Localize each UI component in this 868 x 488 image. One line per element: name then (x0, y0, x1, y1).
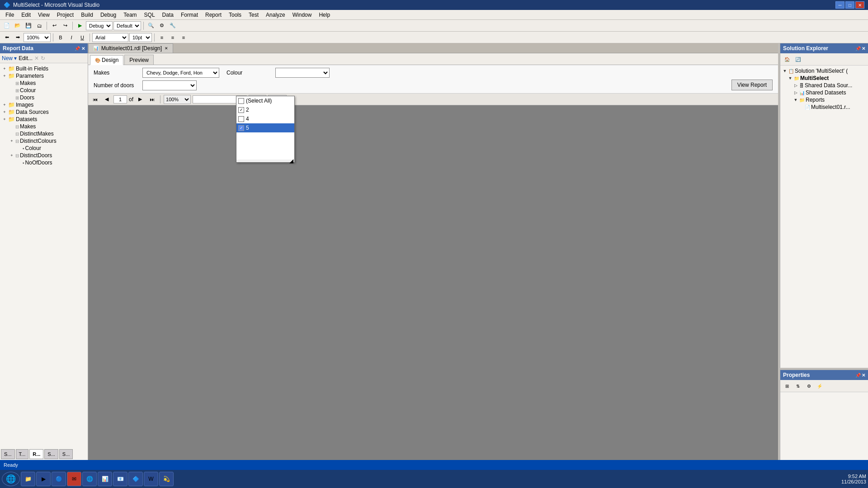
dropdown-item-5[interactable]: ✓ 5 (236, 123, 294, 132)
tree-item-field-colour[interactable]: ▪ Colour (0, 145, 88, 152)
tree-shared-data-sources[interactable]: ▷ 🗄 Shared Data Sour... (782, 82, 866, 89)
tree-item-field-noofdoors[interactable]: ▪ NoOfDoors (0, 159, 88, 166)
new-item-btn[interactable]: New ▾ (2, 55, 17, 61)
font-size-select[interactable]: 10pt (129, 33, 152, 42)
delete-item-btn[interactable]: ✕ (34, 55, 39, 61)
checkbox-2[interactable]: ✓ (238, 107, 244, 113)
view-report-button[interactable]: View Report (731, 80, 773, 90)
doc-tab-multiselect[interactable]: 📊 Multiselect01.rdl [Design] ✕ (88, 43, 173, 53)
sol-exp-close-btn[interactable]: ✕ (862, 46, 865, 51)
minimize-button[interactable]: ─ (835, 1, 844, 9)
zoom-select[interactable]: 100% (164, 95, 191, 104)
expand-distinct-colours[interactable]: + (9, 138, 14, 144)
expand-project[interactable]: ▼ (788, 75, 793, 81)
tree-item-distinct-colours[interactable]: + ⊟ DistinctColours (0, 137, 88, 145)
refresh-item-btn[interactable]: ↻ (41, 55, 45, 61)
toolbar-btn-2[interactable]: 🔧 (168, 21, 178, 31)
zoom-out-btn[interactable]: 🔍 (146, 21, 156, 31)
props-events-btn[interactable]: ⚡ (815, 381, 825, 391)
menu-debug[interactable]: Debug (97, 11, 120, 19)
tb2-btn-4[interactable]: I (66, 33, 76, 42)
bottom-tab-r[interactable]: R... (29, 449, 43, 459)
tb2-btn-2[interactable]: ➡ (13, 33, 23, 42)
expand-shared-datasets[interactable]: ▷ (793, 90, 798, 95)
menu-tools[interactable]: Tools (225, 11, 245, 19)
tree-item-param-doors[interactable]: ⊞ Doors (0, 94, 88, 101)
tb2-btn-1[interactable]: ⬅ (2, 33, 12, 42)
tb2-btn-3[interactable]: B (56, 33, 66, 42)
expand-builtin-fields[interactable]: + (2, 66, 7, 71)
checkbox-4[interactable] (238, 116, 244, 122)
props-pin-btn[interactable]: 📌 (855, 373, 861, 378)
menu-file[interactable]: File (2, 11, 18, 19)
checkbox-selectall[interactable] (238, 98, 244, 104)
tree-item-distinct-doors[interactable]: + ⊟ DistinctDoors (0, 152, 88, 159)
props-alphabetical-btn[interactable]: ⇅ (793, 381, 803, 391)
undo-btn[interactable]: ↩ (49, 21, 59, 31)
edit-item-btn[interactable]: Edit... (19, 55, 33, 61)
tree-report-file[interactable]: 📄 Multiselect01.r... (782, 103, 866, 111)
panel-pin-btn[interactable]: 📌 (75, 46, 80, 51)
tree-item-data-sources[interactable]: + 📁 Data Sources (0, 108, 88, 116)
tree-item-param-colour[interactable]: ⊞ Colour (0, 87, 88, 94)
align-right-btn[interactable]: ≡ (179, 33, 189, 42)
expand-solution[interactable]: ▼ (782, 68, 788, 74)
makes-param-select[interactable]: Chevy, Dodge, Ford, Hon (142, 68, 219, 78)
tree-item-distinct-makes[interactable]: ⊟ DistinctMakes (0, 130, 88, 137)
menu-format[interactable]: Format (177, 11, 202, 19)
menu-help[interactable]: Help (315, 11, 334, 19)
zoom-level-select[interactable]: 100% (24, 33, 51, 42)
close-button[interactable]: ✕ (855, 1, 864, 9)
maximize-button[interactable]: □ (845, 1, 854, 9)
nav-next-btn[interactable]: ▶ (135, 94, 145, 104)
checkbox-5[interactable]: ✓ (238, 125, 244, 131)
toolbar-btn-1[interactable]: ⚙ (157, 21, 167, 31)
page-number-input[interactable] (113, 95, 127, 103)
bottom-tab-s1[interactable]: S... (1, 449, 15, 459)
font-select[interactable]: Arial (92, 33, 128, 42)
nav-prev-btn[interactable]: ◀ (102, 94, 112, 104)
menu-data[interactable]: Data (159, 11, 177, 19)
save-all-btn[interactable]: 🗂 (34, 21, 44, 31)
expand-parameters[interactable]: + (2, 73, 7, 79)
dropdown-item-4[interactable]: 4 (236, 114, 294, 123)
menu-project[interactable]: Project (53, 11, 77, 19)
sol-exp-pin-btn[interactable]: 📌 (855, 46, 861, 51)
panel-close-btn[interactable]: ✕ (81, 46, 85, 51)
redo-btn[interactable]: ↪ (60, 21, 70, 31)
tree-project[interactable]: ▼ 📁 MultiSelect (782, 75, 866, 82)
menu-edit[interactable]: Edit (18, 11, 34, 19)
props-close-btn[interactable]: ✕ (862, 373, 865, 378)
nav-last-btn[interactable]: ⏭ (147, 94, 157, 104)
menu-analyze[interactable]: Analyze (262, 11, 289, 19)
props-properties-btn[interactable]: ⚙ (804, 381, 814, 391)
sol-exp-tb-btn-1[interactable]: 🏠 (782, 54, 792, 64)
tree-item-builtin-fields[interactable]: + 📁 Built-in Fields (0, 65, 88, 72)
tab-preview[interactable]: Preview (124, 55, 154, 65)
sol-exp-tb-btn-2[interactable]: 🔄 (793, 54, 803, 64)
bottom-tab-t[interactable]: T... (16, 449, 29, 459)
expand-shared-data-sources[interactable]: ▷ (793, 83, 798, 88)
doors-param-select[interactable] (142, 80, 197, 90)
expand-reports[interactable]: ▼ (793, 97, 798, 103)
doc-tab-close[interactable]: ✕ (165, 46, 168, 51)
menu-report[interactable]: Report (202, 11, 225, 19)
expand-datasets[interactable]: + (2, 117, 7, 122)
align-left-btn[interactable]: ≡ (157, 33, 167, 42)
tree-item-datasets[interactable]: + 📁 Datasets (0, 116, 88, 123)
expand-distinct-doors[interactable]: + (9, 153, 14, 158)
expand-data-sources[interactable]: + (2, 109, 7, 115)
new-project-btn[interactable]: 📄 (2, 21, 12, 31)
menu-test[interactable]: Test (245, 11, 262, 19)
menu-view[interactable]: View (34, 11, 53, 19)
menu-build[interactable]: Build (77, 11, 97, 19)
platform-select[interactable]: Default (113, 21, 141, 30)
bottom-tab-s3[interactable]: S... (59, 449, 73, 459)
nav-first-btn[interactable]: ⏮ (90, 94, 100, 104)
save-btn[interactable]: 💾 (24, 21, 33, 31)
props-categorized-btn[interactable]: ⊞ (782, 381, 792, 391)
start-btn[interactable]: ▶ (75, 21, 85, 31)
tree-item-images[interactable]: + 📁 Images (0, 101, 88, 108)
expand-images[interactable]: + (2, 102, 7, 108)
debug-mode-select[interactable]: Debug (86, 21, 113, 30)
